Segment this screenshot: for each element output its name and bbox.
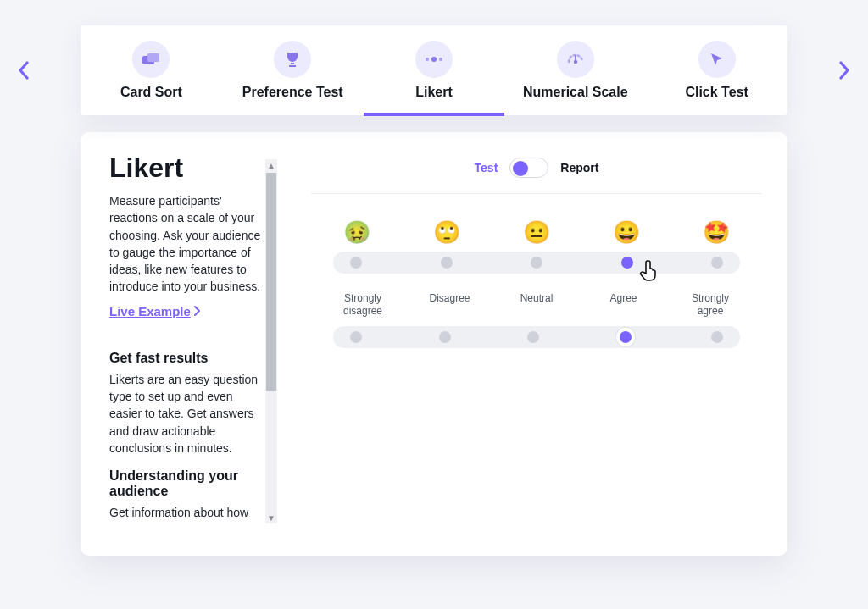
side-p3: Get information about how xyxy=(109,504,262,517)
svg-rect-6 xyxy=(575,55,576,61)
divider xyxy=(311,193,762,194)
pointer-hand-icon xyxy=(638,258,664,287)
tabs-bar: Card Sort Preference Test Likert Numeric… xyxy=(81,25,787,115)
tabs-prev-button[interactable] xyxy=(9,56,38,85)
live-example-link[interactable]: Live Example xyxy=(109,304,201,318)
scroll-down-icon[interactable]: ▼ xyxy=(265,512,277,523)
chevron-right-icon xyxy=(194,306,201,316)
gauge-icon xyxy=(557,41,594,78)
side-title: Likert xyxy=(109,152,262,184)
scrollbar[interactable]: ▲ ▼ xyxy=(265,159,277,523)
tab-label: Click Test xyxy=(649,85,784,100)
view-toggle: Test Report xyxy=(311,158,762,178)
tab-label: Likert xyxy=(367,85,502,100)
cards-icon xyxy=(132,41,170,78)
likert-dot[interactable] xyxy=(441,257,453,269)
tab-label: Preference Test xyxy=(225,85,360,100)
tab-click-test[interactable]: Click Test xyxy=(646,41,787,115)
toggle-label-test[interactable]: Test xyxy=(475,161,498,174)
cursor-icon xyxy=(698,41,736,78)
tab-preference-test[interactable]: Preference Test xyxy=(222,41,364,115)
likert-label-1: Disagree xyxy=(420,292,480,318)
side-desc: Measure participants' reactions on a sca… xyxy=(109,192,262,296)
likert-dot[interactable] xyxy=(439,331,451,343)
likert-dot[interactable] xyxy=(527,331,539,343)
emoji-2: 😐 xyxy=(513,221,560,243)
label-row: Strongly disagree Disagree Neutral Agree… xyxy=(333,292,740,318)
likert-preview: 🤢 🙄 😐 😀 🤩 Strongly disagree Disagree xyxy=(333,221,740,348)
trophy-icon xyxy=(274,41,311,78)
scroll-up-icon[interactable]: ▲ xyxy=(265,159,277,171)
likert-dot[interactable] xyxy=(711,331,723,343)
live-example-label: Live Example xyxy=(109,304,191,318)
likert-dot[interactable] xyxy=(531,257,542,269)
emoji-0: 🤢 xyxy=(333,221,381,243)
side-p2: Likerts are an easy question type to set… xyxy=(109,371,262,457)
likert-dot-selected[interactable] xyxy=(616,328,635,346)
dots-icon xyxy=(415,41,453,78)
scroll-thumb[interactable] xyxy=(266,173,276,391)
emoji-3: 😀 xyxy=(603,221,650,243)
svg-rect-1 xyxy=(147,53,159,62)
likert-label-2: Neutral xyxy=(507,292,566,318)
likert-dot[interactable] xyxy=(350,257,362,269)
likert-label-3: Agree xyxy=(594,292,654,318)
tab-label: Numerical Scale xyxy=(508,85,643,100)
content-card: Likert Measure participants' reactions o… xyxy=(81,132,787,556)
emoji-4: 🤩 xyxy=(693,221,740,243)
side-subhead-a: Get fast results xyxy=(109,351,262,366)
toggle-label-report[interactable]: Report xyxy=(560,161,598,174)
side-subhead-b: Understanding your audience xyxy=(109,468,262,499)
likert-dot[interactable] xyxy=(350,331,362,343)
likert-track-1[interactable] xyxy=(333,252,740,274)
likert-label-4: Strongly agree xyxy=(681,292,740,318)
svg-point-4 xyxy=(439,58,442,61)
emoji-1: 🙄 xyxy=(423,221,470,243)
likert-track-2[interactable] xyxy=(333,326,740,348)
likert-dot-selected[interactable] xyxy=(621,257,633,269)
tab-numerical-scale[interactable]: Numerical Scale xyxy=(504,41,646,115)
tab-likert[interactable]: Likert xyxy=(364,41,505,115)
tab-label: Card Sort xyxy=(84,85,219,100)
emoji-row: 🤢 🙄 😐 😀 🤩 xyxy=(333,221,740,243)
svg-point-2 xyxy=(426,58,429,61)
toggle-switch[interactable] xyxy=(509,158,548,178)
likert-dot[interactable] xyxy=(711,257,723,269)
likert-label-0: Strongly disagree xyxy=(333,292,392,318)
main-panel: Test Report 🤢 🙄 😐 😀 🤩 xyxy=(311,152,762,530)
side-panel: Likert Measure participants' reactions o… xyxy=(109,152,277,530)
tabs-next-button[interactable] xyxy=(830,56,859,85)
svg-point-3 xyxy=(431,57,437,62)
tab-card-sort[interactable]: Card Sort xyxy=(81,41,222,115)
